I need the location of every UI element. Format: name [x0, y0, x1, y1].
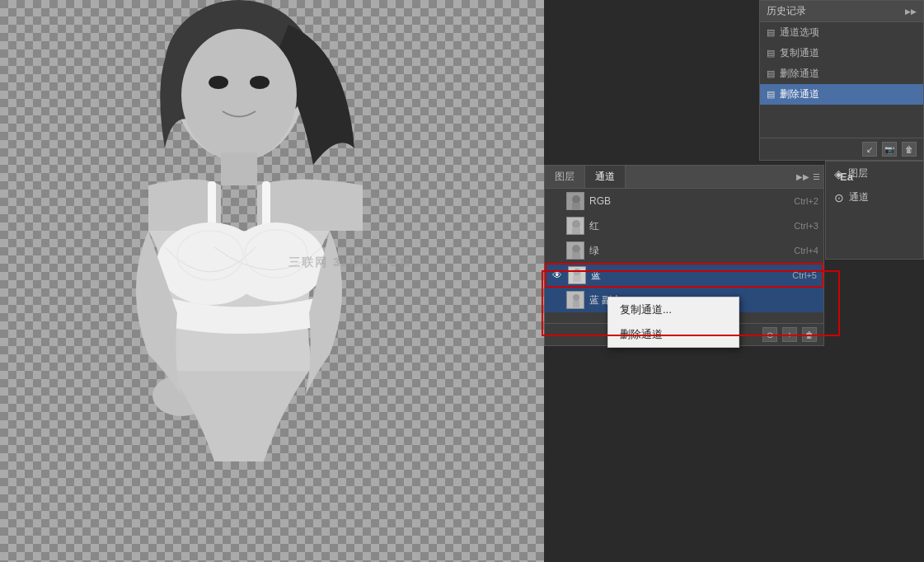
panel-menu-icon[interactable]: ☰ — [813, 172, 820, 181]
channel-row-red[interactable]: 红 Ctrl+3 — [545, 213, 823, 238]
history-item-3[interactable]: ▤ 删除通道 — [760, 84, 923, 105]
history-icon-0: ▤ — [767, 27, 775, 38]
context-menu: 复制通道... 删除通道 — [607, 297, 739, 348]
history-label-1: 复制通道 — [780, 46, 819, 60]
tab-layers[interactable]: 图层 — [545, 166, 585, 188]
history-icon-3: ▤ — [767, 89, 775, 100]
history-footer: ↙ 📷 🗑 — [760, 138, 923, 160]
svg-point-20 — [572, 245, 580, 253]
context-menu-item-delete[interactable]: 删除通道 — [608, 322, 739, 347]
history-item-0[interactable]: ▤ 通道选项 — [760, 22, 923, 43]
svg-rect-5 — [221, 152, 257, 185]
woman-figure — [0, 0, 544, 562]
history-camera-btn[interactable]: 📷 — [882, 142, 897, 157]
svg-point-14 — [572, 195, 580, 204]
svg-point-17 — [572, 220, 580, 228]
channel-shortcut-green: Ctrl+4 — [794, 246, 818, 255]
history-label-2: 删除通道 — [780, 67, 819, 81]
context-menu-item-copy[interactable]: 复制通道... — [608, 297, 739, 322]
channel-row-green[interactable]: 绿 Ctrl+4 — [545, 238, 823, 263]
channel-mask-btn[interactable]: ⊙ — [762, 327, 777, 342]
ea-text: Ea — [840, 171, 853, 183]
history-expand-icon[interactable]: ▶▶ — [905, 7, 917, 16]
channel-name-blue: 蓝 — [591, 269, 787, 283]
channel-thumb-blue — [568, 266, 586, 284]
history-item-1[interactable]: ▤ 复制通道 — [760, 43, 923, 63]
history-label-0: 通道选项 — [780, 26, 819, 40]
channel-thumb-green — [566, 241, 584, 260]
channel-thumb-red — [566, 217, 584, 235]
channel-delete-btn[interactable]: 🗑 — [802, 327, 817, 342]
eye-icon-blue[interactable]: 👁 — [551, 269, 563, 281]
svg-rect-18 — [572, 227, 580, 234]
history-label-3: 删除通道 — [780, 87, 819, 101]
history-item-2[interactable]: ▤ 删除通道 — [760, 63, 923, 84]
panel-tab-icons: ▶▶ ☰ — [796, 166, 823, 188]
svg-point-2 — [181, 29, 297, 161]
channel-name-green: 绿 — [589, 244, 789, 258]
channel-shortcut-red: Ctrl+3 — [794, 221, 818, 231]
svg-point-3 — [209, 76, 228, 89]
mini-panel-channels[interactable]: ⊙ 通道 — [826, 185, 923, 209]
history-new-snapshot-btn[interactable]: ↙ — [862, 142, 877, 157]
svg-point-26 — [573, 294, 579, 301]
tab-channels[interactable]: 通道 — [585, 166, 626, 188]
channel-row-blue[interactable]: 👁 蓝 Ctrl+5 — [545, 263, 823, 288]
channel-thumb-blue-copy — [566, 291, 584, 309]
panel-expand-icon[interactable]: ▶▶ — [796, 172, 809, 181]
channels-icon: ⊙ — [834, 191, 844, 204]
panel-tabs: 图层 通道 ▶▶ ☰ — [545, 166, 823, 189]
channel-new-btn[interactable]: + — [782, 327, 797, 342]
svg-rect-27 — [573, 301, 579, 307]
channel-row-rgb[interactable]: RGB Ctrl+2 — [545, 189, 823, 213]
history-panel: 历史记录 ▶▶ ▤ 通道选项 ▤ 复制通道 ▤ 删除通道 ▤ 删除通道 ↙ 📷 … — [759, 0, 924, 161]
channel-shortcut-blue: Ctrl+5 — [792, 270, 817, 280]
history-icon-1: ▤ — [767, 48, 775, 59]
svg-rect-21 — [572, 252, 580, 259]
history-delete-btn[interactable]: 🗑 — [902, 142, 917, 157]
channel-name-red: 红 — [589, 219, 789, 233]
svg-rect-15 — [572, 203, 580, 209]
channel-name-rgb: RGB — [589, 195, 789, 207]
mini-panel-channels-label: 通道 — [849, 190, 869, 204]
svg-point-4 — [250, 76, 270, 89]
channel-thumb-rgb — [566, 192, 584, 210]
history-panel-header: 历史记录 ▶▶ — [760, 1, 923, 22]
history-icon-2: ▤ — [767, 68, 775, 79]
svg-rect-24 — [573, 275, 580, 282]
canvas-area: 三联网 3LIAN.COM — [0, 0, 544, 562]
channel-shortcut-rgb: Ctrl+2 — [794, 196, 818, 206]
history-panel-title: 历史记录 — [767, 4, 806, 18]
svg-point-23 — [573, 269, 580, 276]
